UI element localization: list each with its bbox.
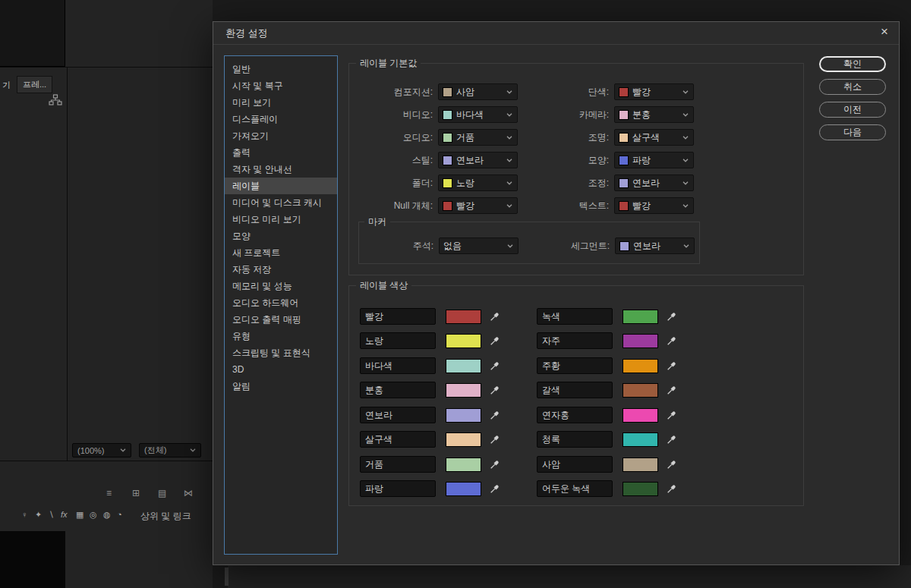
label-color-name-input[interactable]	[360, 357, 436, 374]
eyedropper-icon[interactable]	[490, 336, 501, 346]
label-color-name-input[interactable]	[360, 308, 436, 325]
text-dropdown[interactable]: 빨강	[614, 197, 694, 214]
label-color-name-input[interactable]	[537, 357, 613, 374]
label-color-name-input[interactable]	[537, 456, 613, 473]
label-color-name-input[interactable]	[537, 308, 613, 325]
zoom-select[interactable]: (100%)	[72, 443, 131, 458]
label-color-swatch[interactable]	[446, 458, 481, 472]
solid-dropdown[interactable]: 빨강	[614, 83, 694, 100]
label-color-swatch[interactable]	[623, 458, 658, 472]
sidebar-item-labels[interactable]: 레이블	[225, 178, 337, 194]
eyedropper-icon[interactable]	[490, 460, 501, 470]
sidebar-item-display[interactable]: 디스플레이	[225, 111, 337, 127]
label-color-name-input[interactable]	[537, 407, 613, 423]
light-dropdown[interactable]: 살구색	[614, 129, 694, 146]
label-color-name-input[interactable]	[537, 382, 613, 398]
timeline-switch-icon[interactable]: ◔	[117, 510, 122, 519]
label-color-swatch[interactable]	[623, 359, 658, 373]
label-color-name-input[interactable]	[537, 332, 613, 349]
label-color-swatch[interactable]	[623, 408, 658, 423]
sidebar-item-startup-repair[interactable]: 시작 및 복구	[225, 77, 337, 94]
eyedropper-icon[interactable]	[667, 385, 678, 395]
previous-button[interactable]: 이전	[819, 102, 886, 118]
sidebar-item-memory-performance[interactable]: 메모리 및 성능	[225, 278, 337, 294]
label-color-name-input[interactable]	[360, 480, 436, 497]
sidebar-item-video-preview[interactable]: 비디오 미리 보기	[225, 211, 337, 228]
label-color-swatch[interactable]	[446, 383, 481, 398]
sidebar-item-appearance[interactable]: 모양	[225, 228, 337, 244]
sidebar-item-previews[interactable]: 미리 보기	[225, 94, 337, 111]
camera-dropdown[interactable]: 분홍	[614, 106, 694, 123]
label-color-swatch[interactable]	[446, 482, 481, 496]
sidebar-item-general[interactable]: 일반	[225, 61, 337, 77]
sidebar-item-audio-output-mapping[interactable]: 오디오 출력 매핑	[225, 311, 337, 328]
sidebar-item-output[interactable]: 출력	[225, 144, 337, 161]
ok-button[interactable]: 확인	[819, 56, 886, 72]
label-color-swatch[interactable]	[446, 310, 481, 324]
timeline-column-icon[interactable]: ⊞	[132, 488, 140, 498]
panel-grip[interactable]	[225, 568, 229, 586]
label-color-swatch[interactable]	[446, 359, 481, 373]
eyedropper-icon[interactable]	[667, 312, 678, 322]
timeline-switch-icon[interactable]: ♀	[21, 510, 27, 519]
folder-dropdown[interactable]: 노랑	[438, 175, 518, 191]
label-color-swatch[interactable]	[623, 432, 658, 447]
sidebar-item-media-disk-cache[interactable]: 미디어 및 디스크 캐시	[225, 194, 337, 211]
audio-dropdown[interactable]: 거품	[438, 129, 518, 146]
label-color-name-input[interactable]	[537, 480, 613, 497]
label-color-swatch[interactable]	[623, 334, 658, 348]
eyedropper-icon[interactable]	[490, 361, 501, 371]
label-color-swatch[interactable]	[623, 310, 658, 324]
close-icon[interactable]: ×	[881, 24, 888, 39]
label-color-name-input[interactable]	[360, 407, 436, 423]
next-button[interactable]: 다음	[819, 124, 886, 140]
adjustment-dropdown[interactable]: 연보라	[614, 175, 694, 191]
label-color-swatch[interactable]	[446, 408, 481, 423]
panel-tab[interactable]: 프레...	[17, 76, 52, 93]
timeline-switch-icon[interactable]: ∖	[49, 510, 54, 520]
label-color-swatch[interactable]	[446, 432, 481, 447]
still-dropdown[interactable]: 연보라	[438, 152, 518, 168]
eyedropper-icon[interactable]	[490, 312, 501, 322]
timeline-switch-icon[interactable]: ◍	[103, 510, 111, 520]
label-color-swatch[interactable]	[623, 482, 658, 496]
timeline-switch-icon[interactable]: ✦	[35, 510, 42, 520]
eyedropper-icon[interactable]	[667, 410, 678, 420]
video-dropdown[interactable]: 바다색	[438, 106, 518, 123]
eyedropper-icon[interactable]	[667, 484, 678, 494]
timeline-column-icon[interactable]: ⋈	[184, 488, 193, 498]
timeline-column-icon[interactable]: ≡	[106, 488, 112, 498]
range-select[interactable]: (전체)	[139, 443, 201, 458]
comment-dropdown[interactable]: 없음	[439, 237, 519, 254]
label-color-swatch[interactable]	[446, 334, 481, 348]
composition-dropdown[interactable]: 사암	[438, 83, 518, 100]
label-color-name-input[interactable]	[360, 456, 436, 473]
label-color-name-input[interactable]	[360, 382, 436, 398]
eyedropper-icon[interactable]	[667, 460, 678, 470]
sidebar-item-audio-hardware[interactable]: 오디오 하드웨어	[225, 294, 337, 311]
timeline-switch-icon[interactable]: ◎	[90, 510, 97, 520]
sidebar-item-grids-guides[interactable]: 격자 및 안내선	[225, 161, 337, 178]
eyedropper-icon[interactable]	[667, 361, 678, 371]
sidebar-item-scripting-expressions[interactable]: 스크립팅 및 표현식	[225, 344, 337, 361]
sidebar-item-3d[interactable]: 3D	[225, 361, 337, 378]
sidebar-item-auto-save[interactable]: 자동 저장	[225, 261, 337, 278]
null-object-dropdown[interactable]: 빨강	[438, 197, 518, 214]
timeline-switch-icon[interactable]: ▦	[76, 510, 84, 520]
cancel-button[interactable]: 취소	[819, 79, 886, 95]
sidebar-item-new-project[interactable]: 새 프로젝트	[225, 244, 337, 261]
eyedropper-icon[interactable]	[490, 385, 501, 395]
label-color-name-input[interactable]	[360, 431, 436, 448]
eyedropper-icon[interactable]	[490, 410, 501, 420]
collapsed-tab-label[interactable]: 기	[2, 80, 11, 91]
label-color-swatch[interactable]	[623, 383, 658, 398]
eyedropper-icon[interactable]	[490, 435, 501, 445]
sidebar-item-type[interactable]: 유형	[225, 328, 337, 344]
eyedropper-icon[interactable]	[667, 435, 678, 445]
segment-dropdown[interactable]: 연보라	[615, 237, 695, 254]
sidebar-item-notifications[interactable]: 알림	[225, 378, 337, 395]
flowchart-icon[interactable]	[49, 94, 62, 109]
sidebar-item-import[interactable]: 가져오기	[225, 127, 337, 144]
label-color-name-input[interactable]	[360, 332, 436, 349]
shape-dropdown[interactable]: 파랑	[614, 152, 694, 168]
